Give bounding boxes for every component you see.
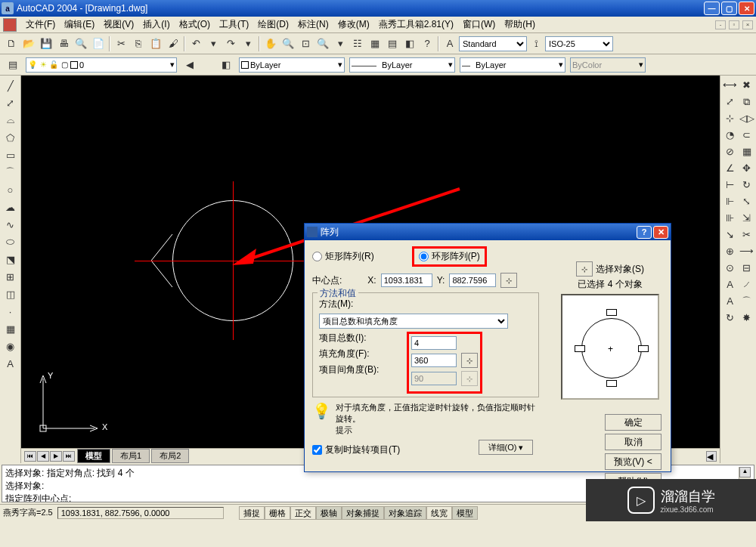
region-icon[interactable]: ◉ xyxy=(2,338,19,354)
select-objects-button[interactable]: ⊹ xyxy=(576,261,593,277)
zoom-rt-icon[interactable]: 🔍 xyxy=(280,36,296,52)
textstyle-select[interactable]: Standard xyxy=(459,36,527,51)
ellipse-icon[interactable]: ⬭ xyxy=(2,233,19,250)
status-grid[interactable]: 栅格 xyxy=(265,506,290,520)
radio-polar[interactable]: 环形阵列(P) xyxy=(419,250,480,263)
items-input[interactable] xyxy=(411,336,457,350)
dialog-close-button[interactable]: ✕ xyxy=(653,226,668,239)
tolerance-icon[interactable]: ⊕ xyxy=(722,243,738,259)
copy-obj-icon[interactable]: ⧉ xyxy=(739,94,754,110)
dim-diameter-icon[interactable]: ⊘ xyxy=(722,144,738,159)
dim-angular-icon[interactable]: ∠ xyxy=(722,160,738,176)
dialog-help-button[interactable]: ? xyxy=(637,226,652,239)
explode-icon[interactable]: ✸ xyxy=(739,310,754,326)
dialog-titlebar[interactable]: 阵列 ? ✕ xyxy=(305,224,671,240)
dimstyle-icon[interactable]: ⟟ xyxy=(528,36,544,52)
maximize-button[interactable]: ▢ xyxy=(721,2,737,15)
tab-layout2[interactable]: 布局2 xyxy=(151,449,189,463)
layer-prev-icon[interactable]: ◀ xyxy=(181,57,198,73)
revcloud-icon[interactable]: ☁ xyxy=(2,199,19,215)
tab-next[interactable]: ▶ xyxy=(50,451,62,462)
stretch-icon[interactable]: ⇲ xyxy=(739,210,754,226)
polygon-icon[interactable]: ⬠ xyxy=(2,129,19,146)
publish-icon[interactable]: 📄 xyxy=(90,36,107,52)
mdi-restore[interactable]: ▫ xyxy=(729,20,739,29)
dim-update-icon[interactable]: ↻ xyxy=(722,310,738,326)
menu-format[interactable]: 格式(O) xyxy=(175,17,215,32)
menu-edit[interactable]: 编辑(E) xyxy=(60,17,99,32)
tab-model[interactable]: 模型 xyxy=(77,449,110,463)
rotate-icon[interactable]: ↻ xyxy=(739,177,754,193)
close-button[interactable]: ✕ xyxy=(739,2,754,15)
pick-center-button[interactable]: ⊹ xyxy=(500,273,517,288)
paste-icon[interactable]: 📋 xyxy=(147,36,164,52)
dim-radius-icon[interactable]: ◔ xyxy=(722,127,738,143)
dc-icon[interactable]: ▦ xyxy=(367,36,383,52)
line-icon[interactable]: ╱ xyxy=(2,77,19,94)
scale-icon[interactable]: ⤡ xyxy=(739,193,754,209)
cut-icon[interactable]: ✂ xyxy=(113,36,129,52)
tab-prev[interactable]: ◀ xyxy=(37,451,49,462)
chamfer-icon[interactable]: ⟋ xyxy=(739,277,754,292)
pan-icon[interactable]: ✋ xyxy=(262,36,279,52)
color-combo[interactable]: ByLayer▾ xyxy=(239,57,345,73)
center-mark-icon[interactable]: ⊙ xyxy=(722,260,738,276)
zoom-win-icon[interactable]: ⊡ xyxy=(297,36,314,52)
circle-icon[interactable]: ○ xyxy=(2,181,19,198)
dim-baseline-icon[interactable]: ⊩ xyxy=(722,193,738,209)
undo-icon[interactable]: ↶ xyxy=(187,36,204,52)
mtext-icon[interactable]: A xyxy=(2,355,19,372)
offset-icon[interactable]: ⊂ xyxy=(739,127,754,143)
spline-icon[interactable]: ∿ xyxy=(2,216,19,233)
dim-quick-icon[interactable]: ⊢ xyxy=(722,177,738,193)
linetype-combo[interactable]: ——— ByLayer▾ xyxy=(349,57,455,73)
dim-linear-icon[interactable]: ⟷ xyxy=(722,77,738,93)
tab-layout1[interactable]: 布局1 xyxy=(112,449,150,463)
save-icon[interactable]: 💾 xyxy=(38,36,54,52)
array-icon[interactable]: ▦ xyxy=(739,144,754,159)
dim-edit-icon[interactable]: A xyxy=(722,277,738,292)
layer-combo[interactable]: 💡 ☀ 🔓 ▢ 0 ▾ xyxy=(26,57,177,73)
extend-icon[interactable]: ⟶ xyxy=(739,243,754,259)
menu-help[interactable]: 帮助(H) xyxy=(500,17,540,32)
pline-icon[interactable]: ⌓ xyxy=(2,112,19,128)
status-lwt[interactable]: 线宽 xyxy=(426,506,452,520)
tp-icon[interactable]: ▤ xyxy=(384,36,401,52)
tab-first[interactable]: ⏮ xyxy=(24,451,36,462)
detail-button[interactable]: 详细(O) ▾ xyxy=(479,440,533,455)
new-icon[interactable]: 🗋 xyxy=(3,36,20,52)
color-icon[interactable]: ◧ xyxy=(218,57,234,73)
method-select[interactable]: 项目总数和填充角度 xyxy=(319,314,508,329)
fill-input[interactable] xyxy=(411,354,457,367)
layer-props-icon[interactable]: ▤ xyxy=(5,57,21,73)
menu-draw[interactable]: 绘图(D) xyxy=(253,17,293,32)
open-icon[interactable]: 📂 xyxy=(20,36,37,52)
rectangle-icon[interactable]: ▭ xyxy=(2,147,19,163)
menu-tools[interactable]: 工具(T) xyxy=(215,17,253,32)
props-icon[interactable]: ☷ xyxy=(349,36,366,52)
hatch-icon[interactable]: ▦ xyxy=(2,320,19,337)
redo-icon[interactable]: ↷ xyxy=(222,36,239,52)
copy-icon[interactable]: ⎘ xyxy=(130,36,147,52)
status-otrack[interactable]: 对象追踪 xyxy=(384,506,426,520)
xline-icon[interactable]: ⤢ xyxy=(2,94,19,111)
fillet-icon[interactable]: ⌒ xyxy=(739,293,754,309)
mdi-close[interactable]: × xyxy=(742,20,753,29)
break-icon[interactable]: ⊟ xyxy=(739,260,754,276)
status-polar[interactable]: 极轴 xyxy=(316,506,342,520)
ok-button[interactable]: 确定 xyxy=(605,414,662,431)
menu-yanxiu[interactable]: 燕秀工具箱2.81(Y) xyxy=(374,17,458,32)
dim-ordinate-icon[interactable]: ⊹ xyxy=(722,110,738,126)
menu-dim[interactable]: 标注(N) xyxy=(293,17,333,32)
menu-modify[interactable]: 修改(M) xyxy=(333,17,374,32)
x-input[interactable] xyxy=(381,274,432,287)
zoom-drop-icon[interactable]: ▾ xyxy=(332,36,349,52)
dimstyle-select[interactable]: ISO-25 xyxy=(545,36,613,51)
minimize-button[interactable]: — xyxy=(704,2,720,15)
tab-last[interactable]: ⏭ xyxy=(63,451,75,462)
y-input[interactable] xyxy=(449,274,496,287)
lineweight-combo[interactable]: — ByLayer▾ xyxy=(460,57,565,73)
pick-fill-button[interactable]: ⊹ xyxy=(461,353,478,368)
db-icon[interactable]: ◧ xyxy=(401,36,418,52)
redo-drop-icon[interactable]: ▾ xyxy=(240,36,256,52)
